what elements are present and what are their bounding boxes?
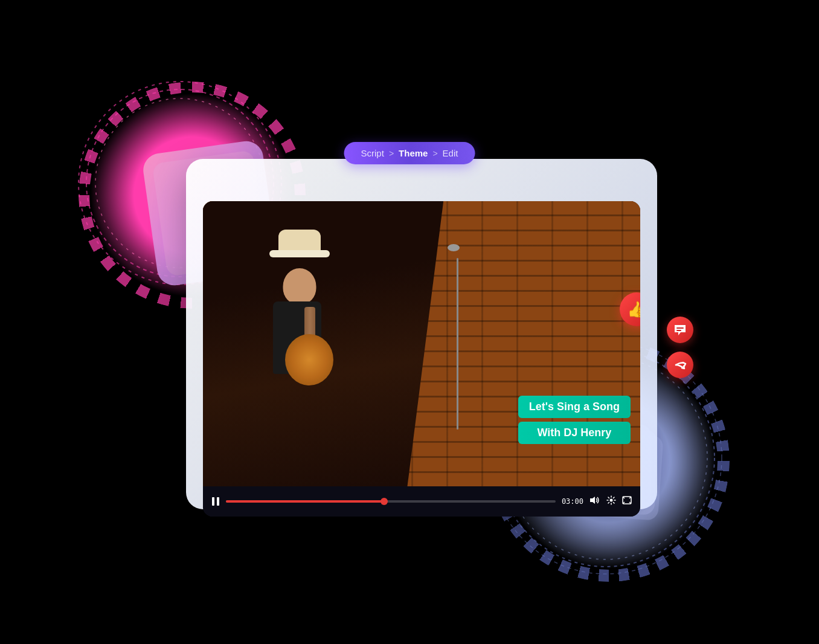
breadcrumb-edit[interactable]: Edit (443, 148, 458, 158)
svg-rect-6 (212, 497, 214, 506)
time-display: 03:00 (562, 497, 583, 506)
performer-head (283, 268, 316, 304)
video-controls-bar: 03:00 (203, 486, 640, 517)
breadcrumb-sep-1: > (389, 149, 394, 158)
svg-marker-8 (590, 497, 595, 504)
svg-point-9 (610, 499, 613, 502)
volume-button[interactable] (589, 495, 600, 507)
title-line-1: Let's Sing a Song (518, 396, 631, 418)
title-line-2: With DJ Henry (518, 422, 631, 444)
guitar (273, 307, 345, 385)
hat-brim (269, 250, 330, 257)
breadcrumb-theme[interactable]: Theme (399, 148, 428, 158)
progress-dot (381, 498, 388, 505)
main-card: VICE ZE (186, 159, 657, 509)
mic-stand (457, 258, 458, 429)
breadcrumb[interactable]: Script > Theme > Edit (344, 142, 475, 164)
breadcrumb-script[interactable]: Script (361, 148, 384, 158)
breadcrumb-sep-2: > (432, 149, 437, 158)
title-text-1: Let's Sing a Song (529, 401, 620, 413)
svg-rect-7 (217, 497, 219, 506)
comment-button[interactable] (667, 317, 693, 343)
share-button[interactable] (667, 352, 693, 378)
thumbs-up-icon: 👍 (627, 300, 640, 319)
side-actions (667, 317, 693, 378)
svg-rect-12 (676, 330, 681, 331)
video-player[interactable]: VICE ZE (203, 201, 640, 517)
performer-figure (233, 230, 366, 486)
video-background: VICE ZE (203, 201, 640, 486)
settings-button[interactable] (606, 495, 616, 507)
progress-fill (226, 500, 384, 503)
title-text-2: With DJ Henry (537, 427, 611, 439)
progress-bar[interactable] (226, 500, 556, 503)
guitar-body (285, 334, 333, 385)
performer-area (203, 201, 443, 486)
microphone (448, 244, 460, 251)
svg-rect-11 (676, 327, 684, 329)
pause-button[interactable] (211, 497, 220, 506)
fullscreen-button[interactable] (622, 496, 632, 507)
title-overlay: Let's Sing a Song With DJ Henry (518, 396, 631, 444)
